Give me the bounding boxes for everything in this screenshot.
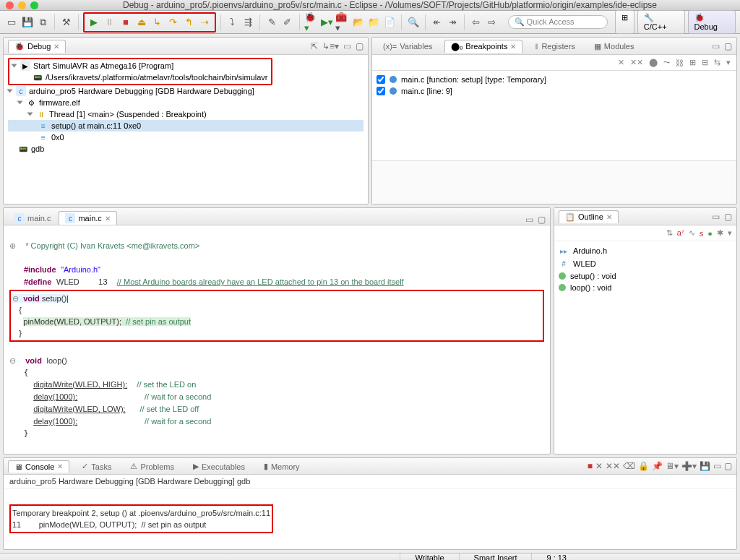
open-folder-icon[interactable]: 📂 (351, 15, 366, 30)
step-return-icon[interactable]: ↰ (182, 15, 197, 30)
drop-to-frame-icon[interactable]: ⤵ (225, 15, 240, 30)
minimize-icon[interactable]: ▭ (712, 41, 720, 51)
minimize-icon[interactable]: ▭ (712, 212, 720, 222)
editor-tab-main1[interactable]: c main.c (8, 211, 57, 225)
tasks-tab[interactable]: ✓ Tasks (75, 460, 118, 473)
maximize-icon[interactable]: ▢ (724, 461, 732, 471)
collapse-icon[interactable]: ⊟ (702, 58, 708, 67)
bp-checkbox[interactable] (377, 87, 385, 95)
close-icon[interactable]: ✕ (57, 462, 63, 470)
step-into-icon[interactable]: ↳ (150, 15, 165, 30)
pin-console-icon[interactable]: 📌 (652, 461, 663, 471)
save-icon[interactable]: 💾 (20, 15, 35, 30)
close-icon[interactable]: ✕ (105, 215, 111, 223)
twisty-icon[interactable] (7, 90, 13, 93)
run-menu-icon[interactable]: ▶▾ (319, 15, 334, 30)
outline-item[interactable]: setup() : void (559, 270, 732, 282)
save-console-icon[interactable]: 💾 (700, 461, 710, 471)
program-path-row[interactable]: 📟/Users/ikravets/.platformio/atmelavr/to… (12, 72, 268, 83)
twisty-icon[interactable] (27, 113, 33, 116)
twisty-icon[interactable] (17, 101, 23, 105)
wand-icon[interactable]: ✎ (264, 15, 279, 30)
outline-tab[interactable]: 📋 Outline ✕ (559, 210, 619, 223)
new-cproject-icon[interactable]: 📄 (382, 15, 397, 30)
debug-perspective-button[interactable]: 🐞 Debug (688, 10, 736, 34)
remove-launch-icon[interactable]: ✕ (595, 461, 603, 471)
close-icon[interactable]: ✕ (606, 213, 612, 221)
outline-item[interactable]: loop() : void (559, 282, 732, 293)
view-menu-icon[interactable]: ▾ (726, 58, 731, 67)
outline-item[interactable]: #WLED (559, 257, 732, 270)
maximize-icon[interactable]: ▢ (724, 212, 732, 222)
breakpoint-row[interactable]: main.c [line: 9] (377, 85, 732, 97)
search-icon[interactable]: 🔍 (406, 15, 421, 30)
terminate-console-icon[interactable]: ■ (588, 461, 593, 471)
disconnect-icon[interactable]: ⏏ (134, 15, 149, 30)
step-over-icon[interactable]: ↷ (166, 15, 181, 30)
memory-tab[interactable]: ▮ Memory (257, 460, 306, 473)
open-perspective-button[interactable]: ⊞ (615, 10, 634, 34)
hw-debug-row[interactable]: carduino_pro5 Hardware Debugging [GDB Ha… (8, 85, 363, 97)
view-menu-icon[interactable]: ▾ (728, 228, 732, 238)
external-tools-icon[interactable]: 🧰▾ (335, 15, 350, 30)
hide-static-icon[interactable]: s (700, 229, 704, 238)
close-window-button[interactable] (6, 1, 14, 9)
new-icon[interactable]: ▭ (4, 15, 19, 30)
clear-console-icon[interactable]: ⌫ (623, 461, 635, 471)
close-icon[interactable]: ✕ (510, 43, 516, 51)
minimize-window-button[interactable] (18, 1, 26, 9)
build-icon[interactable]: ⚒ (59, 15, 74, 30)
console-output[interactable]: Temporary breakpoint 2, setup () at .pio… (4, 488, 736, 549)
hide-fields-icon[interactable]: ∿ (689, 228, 695, 238)
next-annotation-icon[interactable]: ↠ (445, 15, 460, 30)
remove-all-launch-icon[interactable]: ✕✕ (606, 461, 620, 471)
maximize-icon[interactable]: ▢ (724, 41, 732, 51)
twisty-icon[interactable] (12, 64, 17, 68)
terminate-icon[interactable]: ■ (119, 15, 133, 30)
firmware-row[interactable]: ⚙firmware.elf (8, 97, 363, 108)
minimize-icon[interactable]: ▭ (343, 41, 351, 51)
resume-icon[interactable]: ▶ (87, 15, 101, 30)
remove-bp-icon[interactable]: ✕ (618, 58, 624, 67)
az-icon[interactable]: aᶻ (677, 228, 684, 238)
group-icon[interactable]: ✱ (717, 228, 723, 238)
scroll-lock-icon[interactable]: 🔒 (638, 461, 649, 471)
registers-tab[interactable]: ⦀ Registers (528, 40, 581, 53)
suspend-icon[interactable]: ⏸ (103, 15, 117, 30)
minimize-icon[interactable]: ▭ (525, 215, 533, 225)
sort-icon[interactable]: ⇅ (666, 228, 673, 238)
highlight-icon[interactable]: ✐ (280, 15, 295, 30)
frame0-row[interactable]: ≡setup() at main.c:11 0xe0 (8, 120, 363, 132)
minimize-icon[interactable]: ▭ (713, 461, 721, 471)
outline-item[interactable]: ▸▸Arduino.h (559, 244, 732, 257)
collapse-icon[interactable]: ⇱ (311, 41, 318, 51)
view-menu-icon[interactable]: ↳≡▾ (322, 41, 339, 51)
hide-nonpublic-icon[interactable]: ● (707, 229, 713, 238)
link-editor-icon[interactable]: ⇆ (714, 58, 720, 67)
step-filters-icon[interactable]: ⇶ (241, 15, 256, 30)
program-row[interactable]: ▶Start SimulAVR as Atmega16 [Program] (12, 60, 268, 72)
back-icon[interactable]: ⇦ (469, 15, 483, 30)
executables-tab[interactable]: ▶ Executables (186, 460, 251, 473)
prev-annotation-icon[interactable]: ↞ (430, 15, 444, 30)
variables-tab[interactable]: (x)= Variables (377, 40, 439, 52)
close-icon[interactable]: ✕ (53, 43, 59, 51)
debug-tab[interactable]: 🐞 Debug ✕ (8, 40, 66, 53)
maximize-icon[interactable]: ▢ (356, 41, 363, 51)
maximize-icon[interactable]: ▢ (538, 215, 546, 225)
console-tab[interactable]: 🖥 Console ✕ (8, 460, 69, 473)
thread-row[interactable]: ⏸Thread [1] <main> (Suspended : Breakpoi… (8, 108, 363, 120)
display-console-icon[interactable]: 🖥▾ (666, 461, 679, 471)
editor-tab-main2[interactable]: c main.c ✕ (59, 211, 116, 225)
forward-icon[interactable]: ⇨ (485, 15, 499, 30)
skip-all-icon[interactable]: ⤳ (663, 58, 670, 67)
breakpoint-row[interactable]: main.c [function: setup] [type: Temporar… (377, 74, 732, 85)
debug-menu-icon[interactable]: 🐞▾ (304, 15, 319, 30)
project-icon[interactable]: 📁 (367, 15, 382, 30)
open-console-icon[interactable]: ➕▾ (681, 461, 697, 471)
bp-checkbox[interactable] (377, 75, 385, 84)
cpp-perspective-button[interactable]: 🔧 C/C++ (637, 10, 685, 34)
breakpoints-tab[interactable]: ⬤₀ Breakpoints ✕ (444, 40, 522, 53)
gdb-row[interactable]: 📟gdb (8, 143, 363, 155)
link-icon[interactable]: ⛓ (676, 59, 684, 67)
